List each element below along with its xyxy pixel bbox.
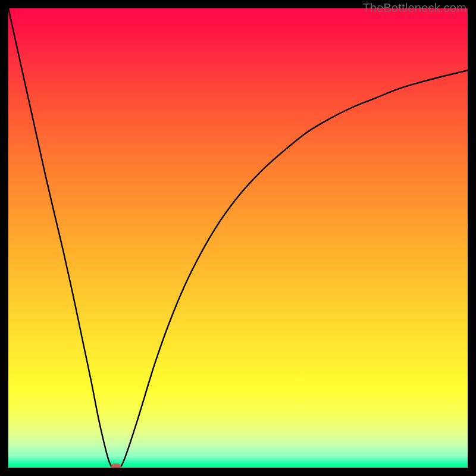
bottleneck-curve xyxy=(8,8,468,468)
watermark-text: TheBottleneck.com xyxy=(362,1,466,15)
curve-layer xyxy=(8,8,468,468)
optimum-marker xyxy=(111,464,121,468)
plot-area xyxy=(8,8,468,468)
chart-frame: TheBottleneck.com xyxy=(0,0,476,476)
